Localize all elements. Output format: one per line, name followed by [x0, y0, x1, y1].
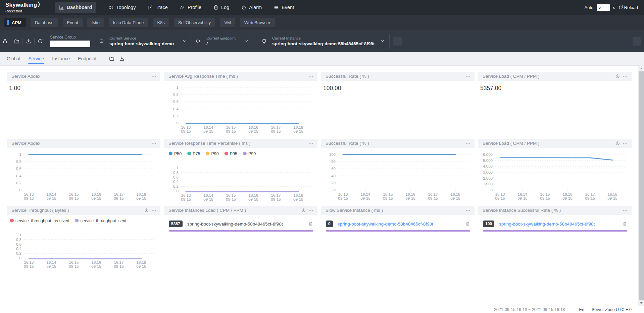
- main-menu: DashboardTopologyTraceProfileLogAlarmEve…: [55, 2, 294, 13]
- category-istio-data-plane[interactable]: Istio Data Plane: [109, 18, 148, 27]
- category-web-browser[interactable]: Web Browser: [240, 18, 275, 27]
- nav-item-event[interactable]: Event: [274, 5, 294, 10]
- nav-item-alarm[interactable]: Alarm: [241, 5, 262, 10]
- copy-icon[interactable]: [465, 222, 470, 226]
- auto-label: Auto: [585, 5, 594, 10]
- folder-button[interactable]: [12, 39, 22, 44]
- svg-text:09-15: 09-15: [360, 196, 370, 200]
- tab-instance[interactable]: Instance: [52, 52, 70, 65]
- import-dashboard-button[interactable]: [109, 56, 114, 61]
- chart-menu-icon[interactable]: [308, 208, 313, 213]
- nav-item-dashboard[interactable]: Dashboard: [55, 2, 97, 13]
- line-chart: 10.80.60.40.2016:1309-1516:1409-1516:150…: [7, 148, 160, 203]
- endpoint-icon: [195, 38, 201, 44]
- topology-icon: [108, 5, 113, 10]
- selector-label: Current Endpoint: [206, 36, 236, 40]
- chart-title: Successful Rate ( % ): [326, 74, 369, 79]
- category-istio[interactable]: Istio: [87, 18, 104, 27]
- chart-menu-icon[interactable]: [308, 74, 313, 79]
- svg-text:09-15: 09-15: [607, 196, 617, 200]
- chart-menu-icon[interactable]: [151, 141, 156, 146]
- category-k8s[interactable]: K8s: [153, 18, 169, 27]
- chart-title: Service Apdex: [11, 74, 40, 79]
- info-button[interactable]: [393, 37, 402, 46]
- instance-name[interactable]: spring-boot-skywalking-demo-58b48465cf-8…: [338, 222, 433, 227]
- chart-card: Service Apdex 1.00: [7, 72, 160, 136]
- category-apm[interactable]: APM: [4, 18, 26, 27]
- dashboard-content: Service Apdex 1.00 Service Avg Response …: [0, 66, 638, 306]
- scrollbar[interactable]: [638, 66, 644, 306]
- chart-header: Successful Rate ( % ): [321, 139, 475, 148]
- chart-menu-icon[interactable]: [151, 208, 156, 213]
- selector-current-instance[interactable]: Current Instance spring-boot-skywalking-…: [253, 30, 389, 52]
- scroll-down-button[interactable]: [638, 300, 644, 306]
- instance-name: spring-boot-skywalking-demo-58b48465cf-8…: [187, 222, 283, 227]
- chart-info-icon[interactable]: [301, 208, 306, 212]
- svg-text:16:17: 16:17: [585, 192, 595, 196]
- svg-text:16:15: 16:15: [383, 192, 393, 196]
- nav-item-profile[interactable]: Profile: [180, 5, 201, 10]
- svg-text:16:16: 16:16: [249, 193, 258, 197]
- category-vm[interactable]: VM: [220, 18, 235, 27]
- chart-title: Service Throughput ( Bytes ): [11, 208, 69, 213]
- service-group-input[interactable]: [50, 41, 90, 47]
- svg-text:0.2: 0.2: [16, 251, 21, 255]
- svg-text:16:16: 16:16: [249, 125, 258, 129]
- chart-menu-icon[interactable]: [465, 74, 470, 79]
- download-button[interactable]: [23, 39, 34, 44]
- instance-name[interactable]: spring-boot-skywalking-demo-58b48465cf-8…: [499, 222, 595, 227]
- chart-menu-icon[interactable]: [308, 141, 313, 146]
- time-range[interactable]: 2021-09-15 16:13 ~ 2021-09-15 16:18: [494, 307, 565, 312]
- svg-text:0: 0: [19, 256, 21, 260]
- auto-interval-input[interactable]: [597, 4, 610, 11]
- svg-text:0.4: 0.4: [16, 174, 22, 178]
- selector-current-service[interactable]: Current Service spring-boot-skywalking-d…: [93, 30, 192, 52]
- category-database[interactable]: Database: [31, 18, 58, 27]
- lock-button[interactable]: [0, 39, 10, 44]
- chart-header: Service Load ( CPM / PPM ): [478, 139, 632, 148]
- nav-item-topology[interactable]: Topology: [108, 5, 136, 10]
- tab-endpoint[interactable]: Endpoint: [78, 52, 96, 65]
- selector-current-endpoint[interactable]: Current Endpoint /: [192, 30, 253, 52]
- svg-text:16:13: 16:13: [181, 193, 191, 197]
- nav-item-trace[interactable]: Trace: [148, 5, 168, 10]
- chart-menu-icon[interactable]: [151, 74, 156, 79]
- scroll-thumb[interactable]: [639, 71, 644, 300]
- category-selfobservability[interactable]: SelfObservability: [174, 18, 215, 27]
- refresh-button[interactable]: [35, 39, 45, 44]
- language-toggle[interactable]: En: [579, 307, 584, 312]
- chart-card: Service Load ( CPM / PPM ) 6,0005,0004,0…: [478, 139, 632, 203]
- value-bar: [326, 230, 470, 232]
- chart-header: Service Instance Successful Rate ( % ): [478, 206, 632, 215]
- chevron-down-icon: [183, 39, 187, 43]
- svg-text:09-15: 09-15: [203, 129, 213, 133]
- line-chart: 10.80.60.40.2016:1309-1516:1409-1516:150…: [164, 81, 317, 136]
- scroll-up-button[interactable]: [638, 66, 644, 71]
- chart-card: Service Throughput ( Bytes ) service_thr…: [7, 206, 160, 270]
- tab-global[interactable]: Global: [7, 52, 20, 65]
- svg-text:16:17: 16:17: [271, 125, 281, 129]
- nav-item-log[interactable]: Log: [213, 5, 229, 10]
- category-event[interactable]: Event: [63, 18, 83, 27]
- chart-menu-icon[interactable]: [623, 74, 628, 79]
- copy-icon[interactable]: [308, 222, 313, 226]
- svg-text:0.2: 0.2: [173, 184, 179, 188]
- chart-menu-icon[interactable]: [465, 141, 470, 146]
- svg-text:09-15: 09-15: [46, 264, 56, 268]
- tab-service[interactable]: Service: [28, 52, 44, 65]
- svg-text:5,000: 5,000: [483, 159, 493, 163]
- svg-text:16:18: 16:18: [294, 193, 303, 197]
- export-dashboard-button[interactable]: [119, 56, 125, 61]
- chart-info-icon[interactable]: [615, 141, 620, 145]
- chart-info-icon[interactable]: [615, 74, 620, 78]
- chart-menu-icon[interactable]: [465, 208, 470, 213]
- chart-menu-icon[interactable]: [623, 208, 628, 213]
- svg-text:09-15: 09-15: [226, 197, 236, 201]
- chart-menu-icon[interactable]: [623, 141, 628, 146]
- copy-icon[interactable]: [623, 222, 627, 226]
- reload-button[interactable]: Reload: [618, 5, 638, 10]
- svg-text:09-15: 09-15: [114, 264, 123, 268]
- chart-info-icon[interactable]: [144, 208, 149, 212]
- panel-toggle-button[interactable]: [633, 37, 641, 46]
- svg-text:0: 0: [334, 188, 336, 192]
